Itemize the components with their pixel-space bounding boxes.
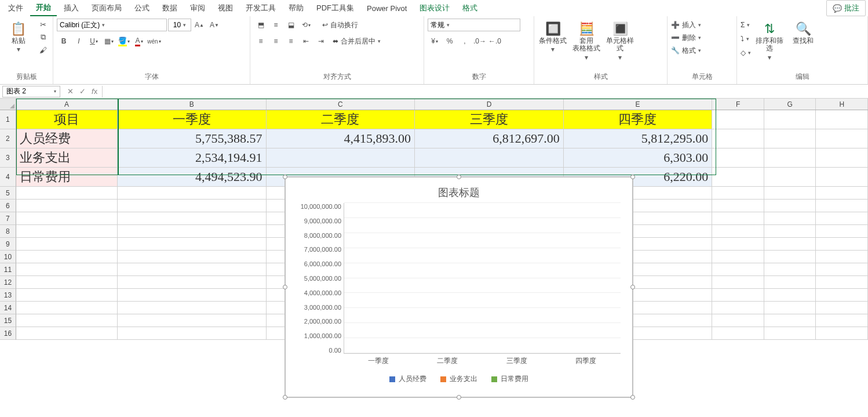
- align-top[interactable]: ⬒: [254, 19, 268, 31]
- legend[interactable]: 人员经费 业务支出 日常费用: [286, 374, 632, 384]
- indent-inc[interactable]: ⇥: [314, 35, 328, 48]
- cell-F1[interactable]: [712, 110, 764, 129]
- fill-button[interactable]: ⤵▾: [741, 32, 749, 45]
- cell-H4[interactable]: [816, 168, 868, 187]
- cell-G2[interactable]: [764, 129, 816, 148]
- decrease-font-button[interactable]: A▼: [207, 19, 221, 31]
- cell-C2[interactable]: 4,415,893.00: [267, 129, 415, 148]
- cell-C3[interactable]: [267, 148, 415, 168]
- cell-H2[interactable]: [816, 129, 868, 148]
- cell-A3[interactable]: 业务支出: [16, 148, 118, 168]
- italic-button[interactable]: I: [72, 35, 86, 48]
- col-header-B[interactable]: B: [118, 99, 267, 110]
- font-name-combo[interactable]: Calibri (正文)▾: [57, 19, 167, 31]
- row-header-4[interactable]: 4: [0, 168, 16, 187]
- col-header-H[interactable]: H: [816, 99, 868, 110]
- cell-F2[interactable]: [712, 129, 764, 148]
- format-cells-button[interactable]: 🔧格式▾: [671, 44, 701, 57]
- cell-F3[interactable]: [712, 148, 764, 168]
- cell-B3[interactable]: 2,534,194.91: [118, 148, 267, 168]
- align-center[interactable]: ≡: [269, 35, 283, 48]
- fx-icon[interactable]: fx: [92, 87, 97, 96]
- resize-handle[interactable]: [630, 175, 635, 179]
- col-header-D[interactable]: D: [415, 99, 564, 110]
- resize-handle[interactable]: [630, 285, 635, 289]
- formula-input[interactable]: [102, 86, 868, 97]
- cell-B1[interactable]: 一季度: [118, 110, 267, 129]
- resize-handle[interactable]: [630, 395, 635, 400]
- cell-B4[interactable]: 4,494,523.90: [118, 168, 267, 187]
- align-bottom[interactable]: ⬓: [284, 19, 298, 31]
- row-header-8[interactable]: 8: [0, 225, 16, 238]
- cancel-icon[interactable]: ✕: [67, 87, 74, 96]
- row-header-13[interactable]: 13: [0, 289, 16, 302]
- paste-button[interactable]: 📋 粘贴 ▾: [3, 19, 33, 57]
- border-button[interactable]: ▦: [102, 35, 116, 48]
- menu-pdf[interactable]: PDF工具集: [311, 1, 360, 16]
- legend-item[interactable]: 日常费用: [491, 374, 528, 384]
- plot-area[interactable]: 10,000,000.00 9,000,000.00 8,000,000.00 …: [291, 203, 621, 354]
- align-left[interactable]: ≡: [254, 35, 268, 48]
- underline-button[interactable]: U: [87, 35, 101, 48]
- menu-view[interactable]: 视图: [212, 1, 239, 16]
- row-header-2[interactable]: 2: [0, 129, 16, 148]
- row-header-12[interactable]: 12: [0, 276, 16, 289]
- menu-chart-design[interactable]: 图表设计: [414, 1, 455, 16]
- table-style-button[interactable]: 🧮套用 表格格式▾: [571, 19, 601, 65]
- inc-decimal-button[interactable]: .0→: [473, 35, 487, 48]
- font-color-button[interactable]: A: [132, 35, 146, 48]
- row-header-1[interactable]: 1: [0, 110, 16, 129]
- row-header-10[interactable]: 10: [0, 251, 16, 263]
- row-header-5[interactable]: 5: [0, 187, 16, 200]
- row-header-7[interactable]: 7: [0, 212, 16, 225]
- col-header-G[interactable]: G: [764, 99, 816, 110]
- menu-comment[interactable]: 💬 批注: [826, 0, 866, 16]
- cell-B2[interactable]: 5,755,388.57: [118, 129, 267, 148]
- col-header-E[interactable]: E: [564, 99, 713, 110]
- cell-A1[interactable]: 项目: [16, 110, 118, 129]
- resize-handle[interactable]: [283, 395, 287, 400]
- row-header-3[interactable]: 3: [0, 148, 16, 168]
- format-painter-button[interactable]: 🖌: [37, 44, 49, 56]
- cell-C1[interactable]: 二季度: [267, 110, 415, 129]
- menu-help[interactable]: 帮助: [283, 1, 309, 16]
- legend-item[interactable]: 人员经费: [389, 374, 426, 384]
- cell-style-button[interactable]: 🔳单元格样式▾: [605, 19, 635, 65]
- menu-powerpivot[interactable]: Power Pivot: [361, 2, 413, 15]
- row-header-15[interactable]: 15: [0, 314, 16, 327]
- cell-E2[interactable]: 5,812,295.00: [564, 129, 713, 148]
- resize-handle[interactable]: [283, 175, 287, 179]
- resize-handle[interactable]: [457, 395, 461, 400]
- menu-formula[interactable]: 公式: [129, 1, 155, 16]
- row-header-14[interactable]: 14: [0, 302, 16, 314]
- cell-A2[interactable]: 人员经费: [16, 129, 118, 148]
- orientation-button[interactable]: ⟲: [299, 19, 313, 31]
- delete-rows-button[interactable]: ➖删除▾: [671, 31, 701, 44]
- merge-button[interactable]: ⬌合并后居中▾: [333, 35, 381, 48]
- phonetic-button[interactable]: wén: [147, 35, 161, 48]
- wrap-text-button[interactable]: ↩自动换行: [322, 19, 358, 31]
- bold-button[interactable]: B: [57, 35, 71, 48]
- cell-G3[interactable]: [764, 148, 816, 168]
- row-header-16[interactable]: 16: [0, 327, 16, 340]
- menu-insert[interactable]: 插入: [58, 1, 85, 16]
- name-box[interactable]: 图表 2▾: [2, 86, 60, 97]
- col-header-A[interactable]: A: [16, 99, 118, 110]
- menu-format[interactable]: 格式: [457, 1, 483, 16]
- increase-font-button[interactable]: A▲: [192, 19, 206, 31]
- cell-D3[interactable]: [415, 148, 564, 168]
- row-header-9[interactable]: 9: [0, 238, 16, 251]
- menu-review[interactable]: 审阅: [184, 1, 211, 16]
- copy-button[interactable]: ⧉: [37, 31, 49, 43]
- cell-D1[interactable]: 三季度: [415, 110, 564, 129]
- insert-rows-button[interactable]: ➕插入▾: [671, 19, 701, 31]
- indent-dec[interactable]: ⇤: [299, 35, 313, 48]
- cell-E1[interactable]: 四季度: [564, 110, 713, 129]
- menu-dev[interactable]: 开发工具: [240, 1, 282, 16]
- resize-handle[interactable]: [457, 175, 461, 179]
- percent-button[interactable]: %: [443, 35, 457, 48]
- align-right[interactable]: ≡: [284, 35, 298, 48]
- comma-button[interactable]: ,: [458, 35, 472, 48]
- cond-format-button[interactable]: 🔲条件格式▾: [538, 19, 568, 57]
- cut-button[interactable]: ✂: [37, 19, 49, 30]
